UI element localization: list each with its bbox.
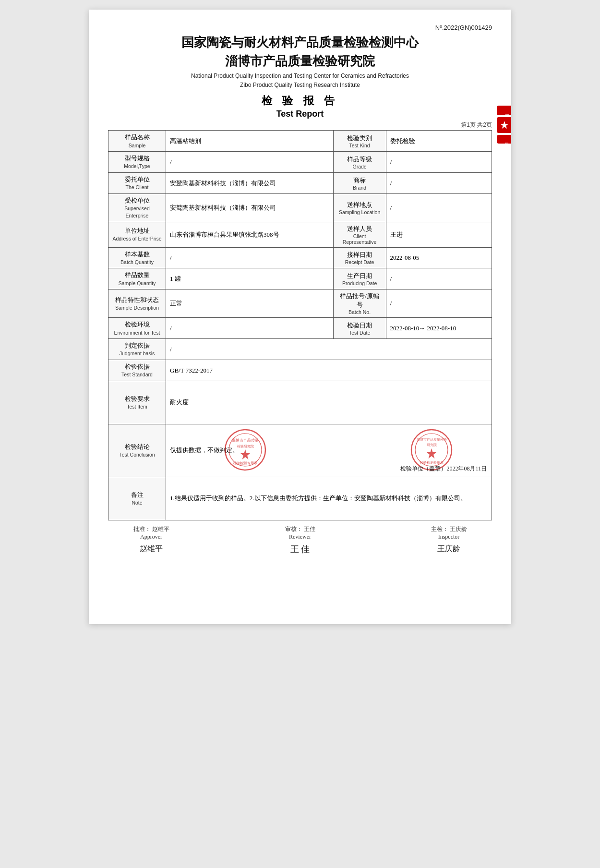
receipt-date-label: 接样日期 Receipt Date xyxy=(333,247,386,268)
side-label-2: 量 xyxy=(497,135,511,144)
svg-marker-4 xyxy=(240,449,250,459)
table-row: 单位地址 Address of EnterPrise 山东省淄博市桓台县果里镇张… xyxy=(108,222,492,247)
client-value: 安鹫陶基新材料科技（淄博）有限公司 xyxy=(166,173,334,194)
test-env-value: / xyxy=(166,318,334,339)
sample-value: 高温粘结剂 xyxy=(166,131,334,152)
side-decoration: 淄质 ★ 量 xyxy=(497,106,511,144)
address-value: 山东省淄博市桓台县果里镇张北路308号 xyxy=(166,222,334,247)
supervised-label: 受检单位 Supervised Enterprise xyxy=(108,194,166,222)
test-date-value: 2022-08-10～ 2022-08-10 xyxy=(386,318,492,339)
test-std-label: 检验依据 Test Standard xyxy=(108,360,166,381)
table-row: 型号规格 Model,Type / 样品等级 Grade / xyxy=(108,152,492,173)
receipt-date-value: 2022-08-05 xyxy=(386,247,492,268)
svg-marker-10 xyxy=(427,448,436,458)
batch-no-label: 样品批号/原编号 Batch No. xyxy=(333,289,386,318)
conclusion-label: 检验结论 Test Conclusion xyxy=(108,424,166,477)
client-rep-label: 送样人员 Client Representative xyxy=(333,222,386,247)
producing-date-value: / xyxy=(386,268,492,289)
report-title-cn: 检 验 报 告 xyxy=(108,94,492,108)
approver-title-label: 批准： 赵维平 xyxy=(113,525,190,533)
table-row: 样品名称 Sample 高温粘结剂 检验类别 Test Kind 委托检验 xyxy=(108,131,492,152)
table-row: 检验要求 Test Item 耐火度 xyxy=(108,381,492,424)
svg-text:检验检测 专用章: 检验检测 专用章 xyxy=(233,461,258,465)
test-env-label: 检验环境 Environment for Test xyxy=(108,318,166,339)
table-row: 样本基数 Batch Quantity / 接样日期 Receipt Date … xyxy=(108,247,492,268)
producing-date-label: 生产日期 Producing Date xyxy=(333,268,386,289)
sample-label: 样品名称 Sample xyxy=(108,131,166,152)
model-label: 型号规格 Model,Type xyxy=(108,152,166,173)
note-value: 1.结果仅适用于收到的样品。2.以下信息由委托方提供：生产单位：安鹫陶基新材料科… xyxy=(166,477,492,520)
doc-number: Nº.2022(GN)001429 xyxy=(108,24,492,31)
brand-value: / xyxy=(386,173,492,194)
table-row: 检验依据 Test Standard GB/T 7322-2017 xyxy=(108,360,492,381)
document-page: Nº.2022(GN)001429 国家陶瓷与耐火材料产品质量检验检测中心 淄博… xyxy=(89,10,511,624)
test-date-label: 检验日期 Test Date xyxy=(333,318,386,339)
test-std-value: GB/T 7322-2017 xyxy=(166,360,492,381)
sample-desc-value: 正常 xyxy=(166,289,334,318)
note-label: 备注 Note xyxy=(108,477,166,520)
report-title-en: Test Report xyxy=(108,109,492,119)
grade-value: / xyxy=(386,152,492,173)
conclusion-org-text: 检验单位（盖章）2022年08月11日 xyxy=(400,465,487,473)
approver-en-label: Approver xyxy=(113,533,190,541)
reviewer-en-label: Reviewer xyxy=(262,533,338,541)
svg-text:研究院: 研究院 xyxy=(427,443,437,447)
stamp-left: 淄博市产品质量 检验研究院 检验检测 专用章 xyxy=(224,428,267,471)
page-info: 第1页 共2页 xyxy=(108,121,492,129)
table-row: 受检单位 Supervised Enterprise 安鹫陶基新材料科技（淄博）… xyxy=(108,194,492,222)
approver-section: 批准： 赵维平 Approver 赵维平 xyxy=(113,525,190,558)
inspector-signature: 王庆龄 xyxy=(410,541,487,558)
client-label: 委托单位 The Client xyxy=(108,173,166,194)
batch-qty-value: / xyxy=(166,247,334,268)
brand-label: 商标 Brand xyxy=(333,173,386,194)
reviewer-title-label: 审核： 王佳 xyxy=(262,525,338,533)
side-label-1: 淄质 xyxy=(497,106,511,115)
table-row: 备注 Note 1.结果仅适用于收到的样品。2.以下信息由委托方提供：生产单位：… xyxy=(108,477,492,520)
sampling-loc-label: 送样地点 Sampling Location xyxy=(333,194,386,222)
sample-qty-value: 1 罐 xyxy=(166,268,334,289)
footer: 批准： 赵维平 Approver 赵维平 审核： 王佳 Reviewer 王 佳… xyxy=(108,525,492,558)
svg-text:检验检测专用章: 检验检测专用章 xyxy=(420,461,444,465)
table-row: 检验结论 Test Conclusion 仅提供数据，不做判定。 淄博市产品质量… xyxy=(108,424,492,477)
address-label: 单位地址 Address of EnterPrise xyxy=(108,222,166,247)
conclusion-value: 仅提供数据，不做判定。 淄博市产品质量 检验研究院 检验检测 专用章 xyxy=(166,424,492,477)
svg-text:淄博市产品质量检验: 淄博市产品质量检验 xyxy=(417,438,447,442)
svg-text:检验研究院: 检验研究院 xyxy=(237,445,254,448)
test-item-label: 检验要求 Test Item xyxy=(108,381,166,424)
test-item-value: 耐火度 xyxy=(166,381,492,424)
inspector-section: 主检： 王庆龄 Inspector 王庆龄 xyxy=(410,525,487,558)
reviewer-section: 审核： 王佳 Reviewer 王 佳 xyxy=(262,525,338,558)
client-rep-value: 王进 xyxy=(386,222,492,247)
table-row: 委托单位 The Client 安鹫陶基新材料科技（淄博）有限公司 商标 Bra… xyxy=(108,173,492,194)
batch-no-value: / xyxy=(386,289,492,318)
approver-signature: 赵维平 xyxy=(113,541,190,558)
test-kind-value: 委托检验 xyxy=(386,131,492,152)
sampling-loc-value: / xyxy=(386,194,492,222)
judgment-label: 判定依据 Judgment basis xyxy=(108,339,166,360)
sample-qty-label: 样品数量 Sample Quantity xyxy=(108,268,166,289)
table-row: 判定依据 Judgment basis / xyxy=(108,339,492,360)
table-row: 样品数量 Sample Quantity 1 罐 生产日期 Producing … xyxy=(108,268,492,289)
header-en: National Product Quality Inspection and … xyxy=(108,72,492,90)
inspector-title-label: 主检： 王庆龄 xyxy=(410,525,487,533)
batch-qty-label: 样本基数 Batch Quantity xyxy=(108,247,166,268)
judgment-value: / xyxy=(166,339,492,360)
header-cn: 国家陶瓷与耐火材料产品质量检验检测中心 淄博市产品质量检验研究院 xyxy=(108,33,492,71)
test-kind-label: 检验类别 Test Kind xyxy=(333,131,386,152)
main-table: 样品名称 Sample 高温粘结剂 检验类别 Test Kind 委托检验 型号… xyxy=(108,130,492,520)
side-star: ★ xyxy=(497,117,511,133)
grade-label: 样品等级 Grade xyxy=(333,152,386,173)
sample-desc-label: 样品特性和状态 Sample Description xyxy=(108,289,166,318)
supervised-value: 安鹫陶基新材料科技（淄博）有限公司 xyxy=(166,194,334,222)
table-row: 样品特性和状态 Sample Description 正常 样品批号/原编号 B… xyxy=(108,289,492,318)
table-row: 检验环境 Environment for Test / 检验日期 Test Da… xyxy=(108,318,492,339)
svg-text:淄博市产品质量: 淄博市产品质量 xyxy=(232,438,259,443)
reviewer-signature: 王 佳 xyxy=(262,541,338,558)
model-value: / xyxy=(166,152,334,173)
inspector-en-label: Inspector xyxy=(410,533,487,541)
